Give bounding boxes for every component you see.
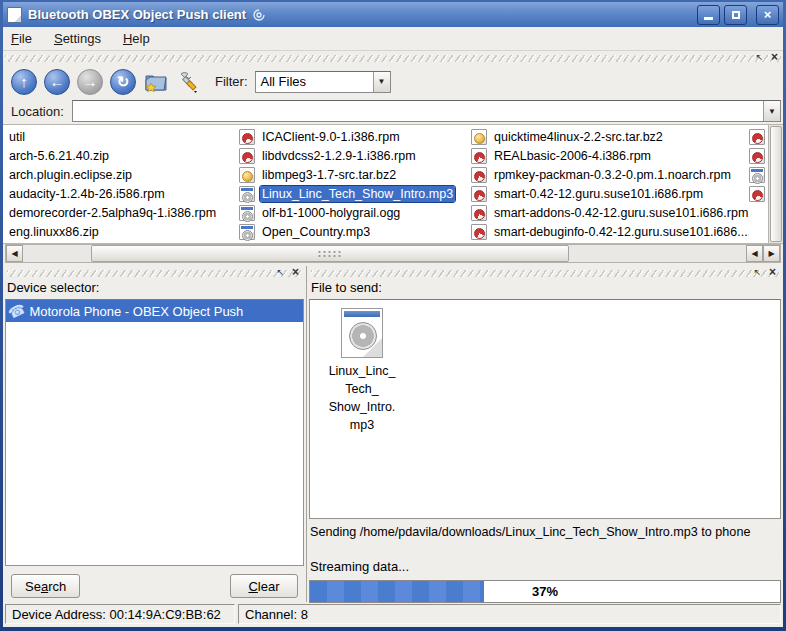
menu-settings[interactable]: Settings — [54, 31, 101, 46]
send-file-item[interactable]: Linux_Linc_ Tech_ Show_Intro. mp3 — [316, 308, 408, 435]
filter-combobox[interactable]: All Files ▼ — [255, 71, 391, 93]
location-row: Location: ▼ — [3, 98, 783, 124]
swirl-logo-icon — [251, 7, 267, 23]
arrow-left-icon: ← — [50, 74, 65, 89]
file-item[interactable]: Linux_Linc_Tech_Show_Intro.mp3 — [239, 184, 471, 203]
device-selector-title: Device selector: — [5, 280, 304, 298]
filter-label: Filter: — [215, 74, 248, 89]
up-button[interactable]: ↑ — [11, 69, 37, 95]
file-item[interactable]: demorecorder-2.5alpha9q-1.i386.rpm — [7, 203, 239, 222]
new-folder-button[interactable] — [143, 69, 169, 95]
file-item[interactable]: smart-debuginfo-0.42-12.guru.suse101.i68… — [471, 222, 749, 241]
rpm-file-icon — [749, 148, 765, 164]
rpm-file-icon — [471, 148, 487, 164]
horizontal-scrollbar-thumb[interactable] — [91, 245, 569, 262]
minimize-button[interactable] — [697, 5, 720, 25]
file-name: smart-0.42-12.guru.suse101.i686.rpm — [492, 186, 705, 202]
bottom-docks: ↖ × Device selector: ☎Motorola Phone - O… — [3, 266, 783, 602]
window-title: Bluetooth OBEX Object Push client — [28, 7, 246, 22]
tar-file-icon — [471, 129, 487, 145]
file-item[interactable]: smart-0.42-12.guru.suse101.i686.rpm — [471, 184, 749, 203]
back-button[interactable]: ← — [44, 69, 70, 95]
dock-close-icon[interactable]: × — [292, 266, 299, 278]
statusbar: Device Address: 00:14:9A:C9:BB:62 Channe… — [3, 602, 783, 627]
undock-icon[interactable]: ↖ — [276, 266, 284, 278]
file-item[interactable]: quicktime4linux-2.2-src.tar.bz2 — [471, 127, 749, 146]
audio-file-icon — [341, 308, 383, 358]
menu-file[interactable]: File — [11, 31, 32, 46]
configure-button[interactable] — [176, 69, 202, 95]
dock-close-icon[interactable]: × — [769, 266, 776, 278]
file-item[interactable]: libdvdcss2-1.2.9-1.i386.rpm — [239, 146, 471, 165]
file-item[interactable]: ICAClient-9.0-1.i386.rpm — [239, 127, 471, 146]
vertical-scrollbar[interactable] — [768, 125, 783, 243]
scroll-right-button[interactable]: ▶ — [763, 245, 780, 262]
device-list-item[interactable]: ☎Motorola Phone - OBEX Object Push — [6, 300, 303, 322]
rpm-file-icon — [471, 186, 487, 202]
vertical-scrollbar-thumb[interactable] — [770, 126, 782, 242]
location-combobox: ▼ — [72, 100, 781, 122]
location-dropdown-button[interactable]: ▼ — [763, 101, 780, 121]
file-to-send-title: File to send: — [309, 280, 781, 298]
file-name: audacity-1.2.4b-26.i586.rpm — [7, 186, 167, 202]
file-name: REALbasic-2006-4.i386.rpm — [492, 148, 653, 164]
send-file-name: Linux_Linc_ Tech_ Show_Intro. mp3 — [329, 362, 396, 435]
device-dock-handle[interactable]: ↖ × — [7, 267, 302, 280]
file-name: arch-5.6.21.40.zip — [7, 148, 111, 164]
arrow-up-icon: ↑ — [20, 74, 28, 89]
file-item[interactable]: audacity-1.2.4b-26.i586.rpm — [7, 184, 239, 203]
file-name: libdvdcss2-1.2.9-1.i386.rpm — [260, 148, 418, 164]
horizontal-scrollbar[interactable]: ◀ ◀ ▶ — [5, 244, 781, 263]
undock-icon[interactable]: ↖ — [753, 266, 761, 278]
file-item[interactable]: olf-b1-1000-holygrail.ogg — [239, 203, 471, 222]
file-item[interactable]: arch.plugin.eclipse.zip — [7, 165, 239, 184]
dock-close-icon[interactable]: × — [771, 51, 778, 63]
file-column: quicktime4linux-2.2-src.tar.bz2REALbasic… — [471, 127, 749, 243]
send-dock-handle[interactable]: ↖ × — [311, 267, 779, 280]
reload-button[interactable]: ↻ — [110, 69, 136, 95]
file-item[interactable]: arch-5.6.21.40.zip — [7, 146, 239, 165]
window-content: FileSettingsHelp ↖ × ↑←→↻ — [3, 27, 783, 627]
tar-file-icon — [239, 167, 255, 183]
file-name: smart-debuginfo-0.42-12.guru.suse101.i68… — [492, 224, 749, 240]
titlebar: Bluetooth OBEX Object Push client × — [3, 2, 783, 27]
maximize-button[interactable] — [724, 5, 747, 25]
file-item[interactable]: Open_Country.mp3 — [239, 222, 471, 241]
file-item[interactable]: smart-addons-0.42-12.guru.suse101.i686.r… — [471, 203, 749, 222]
location-label: Location: — [11, 104, 64, 119]
scroll-left-button-2[interactable]: ◀ — [746, 245, 763, 262]
rpm-file-icon — [471, 167, 487, 183]
file-name: rpmkey-packman-0.3.2-0.pm.1.noarch.rpm — [492, 167, 733, 183]
rpm-file-icon — [471, 205, 487, 221]
file-name: quicktime4linux-2.2-src.tar.bz2 — [492, 129, 665, 145]
search-button[interactable]: Search — [11, 574, 80, 598]
file-browser-dock-handle[interactable]: ↖ × — [5, 52, 781, 65]
device-name: Motorola Phone - OBEX Object Push — [29, 304, 243, 319]
status-device-address: Device Address: 00:14:9A:C9:BB:62 — [5, 604, 235, 624]
forward-button: → — [77, 69, 103, 95]
close-icon: × — [764, 8, 772, 21]
file-item[interactable]: rpmkey-packman-0.3.2-0.pm.1.noarch.rpm — [471, 165, 749, 184]
rpm-file-icon — [471, 224, 487, 240]
filter-dropdown-button[interactable]: ▼ — [373, 72, 390, 92]
undock-icon[interactable]: ↖ — [755, 51, 763, 63]
audio-file-icon — [239, 205, 255, 221]
file-item[interactable]: libmpeg3-1.7-src.tar.bz2 — [239, 165, 471, 184]
file-item[interactable]: REALbasic-2006-4.i386.rpm — [471, 146, 749, 165]
scroll-left-button[interactable]: ◀ — [6, 245, 23, 262]
menu-help[interactable]: Help — [123, 31, 150, 46]
close-button[interactable]: × — [756, 5, 779, 25]
clear-button[interactable]: Clear — [230, 574, 298, 598]
file-name: libmpeg3-1.7-src.tar.bz2 — [260, 167, 398, 183]
file-name: arch.plugin.eclipse.zip — [7, 167, 134, 183]
toolbar: ↑←→↻ Filter: All Files ▼ — [3, 65, 783, 98]
menubar: FileSettingsHelp — [3, 27, 783, 51]
device-buttons-row: Search Clear — [5, 570, 304, 602]
file-name: ICAClient-9.0-1.i386.rpm — [260, 129, 402, 145]
minimize-icon — [704, 17, 713, 20]
location-input[interactable] — [73, 101, 763, 121]
file-item[interactable]: util — [7, 127, 239, 146]
rpm-file-icon — [749, 129, 765, 145]
status-channel: Channel: 8 — [238, 604, 781, 624]
file-item[interactable]: eng.linuxx86.zip — [7, 222, 239, 241]
